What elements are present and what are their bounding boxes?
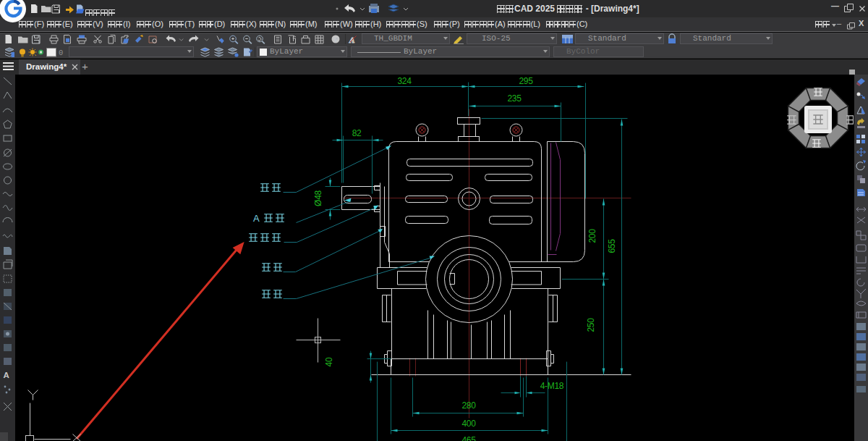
svg-text:200: 200 xyxy=(587,229,597,243)
svg-text:250: 250 xyxy=(586,318,596,332)
svg-text:82: 82 xyxy=(352,128,362,138)
svg-text:295: 295 xyxy=(519,76,533,86)
svg-text:324: 324 xyxy=(397,76,412,86)
svg-text:235: 235 xyxy=(507,93,522,104)
svg-text:4-M18: 4-M18 xyxy=(540,381,564,391)
svg-text:A: A xyxy=(253,213,260,224)
svg-text:655: 655 xyxy=(607,239,617,253)
svg-text:Ø48: Ø48 xyxy=(313,190,323,206)
svg-text:0: 0 xyxy=(59,49,63,57)
svg-text:40: 40 xyxy=(324,357,334,366)
svg-text:400: 400 xyxy=(461,419,476,429)
svg-text:465: 465 xyxy=(461,435,476,441)
svg-text:A: A xyxy=(349,35,354,44)
svg-text:A: A xyxy=(4,371,9,379)
svg-text:280: 280 xyxy=(461,400,476,411)
svg-text:?: ? xyxy=(334,36,339,43)
